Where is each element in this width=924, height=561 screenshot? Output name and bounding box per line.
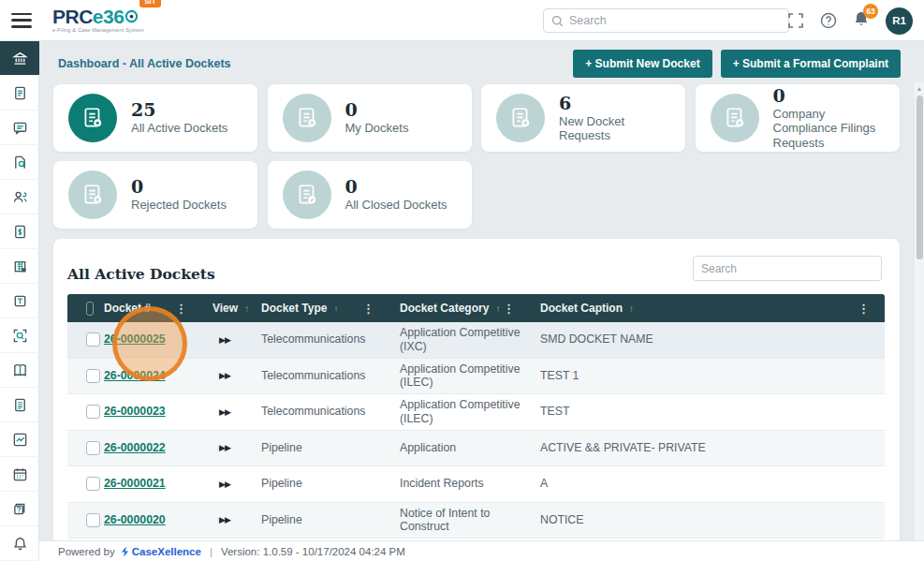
docket-link[interactable]: 26-0000025: [104, 332, 166, 346]
stat-label: All Closed Dockets: [345, 198, 447, 212]
page-scrollbar[interactable]: ▲: [915, 82, 924, 540]
docket-user-icon: [283, 94, 331, 142]
sidebar-item-messages[interactable]: [0, 111, 39, 145]
view-docket-icon[interactable]: ▶▶: [202, 407, 251, 417]
docket-caption: TEST 1: [530, 369, 885, 383]
column-header-view[interactable]: View↑: [202, 294, 251, 322]
stat-card-my-dockets[interactable]: 0My Dockets: [268, 84, 472, 152]
stat-card-rejected-dockets[interactable]: 0Rejected Dockets: [53, 161, 257, 229]
search-icon: [551, 15, 564, 27]
sort-asc-icon: ↑: [244, 303, 249, 314]
sort-asc-icon: ↑: [333, 303, 338, 314]
table-search-input[interactable]: [693, 256, 882, 281]
table-body: 26-0000025 ▶▶ Telecommunications Applica…: [67, 322, 885, 539]
hamburger-menu-icon[interactable]: [11, 13, 32, 28]
docket-type: Pipeline: [251, 441, 389, 455]
sidebar-item-help[interactable]: [0, 492, 39, 526]
column-header-docket-category[interactable]: Docket Category↑⋮: [389, 294, 530, 322]
column-header-docket-type[interactable]: Docket Type↑⋮: [251, 294, 389, 322]
sidebar-item-companies[interactable]: [0, 249, 39, 284]
notification-bell-icon: [12, 536, 28, 552]
docket-check-icon: [283, 170, 331, 219]
column-menu-icon[interactable]: ⋮: [175, 302, 187, 316]
text-box-icon: [12, 293, 28, 309]
sidebar-nav: [0, 41, 39, 561]
stat-label: Rejected Dockets: [131, 198, 227, 212]
view-docket-icon[interactable]: ▶▶: [202, 371, 251, 380]
fullscreen-icon[interactable]: [787, 12, 804, 29]
docket-link[interactable]: 26-0000024: [104, 369, 166, 382]
stats-cards: 25All Active Dockets 0My Dockets 6New Do…: [53, 84, 900, 229]
docket-link[interactable]: 26-0000021: [104, 477, 166, 490]
docket-type: Pipeline: [251, 477, 389, 491]
casexellence-brand[interactable]: CaseXellence: [120, 546, 201, 557]
sidebar-item-reports[interactable]: [0, 422, 39, 457]
scrollbar-thumb[interactable]: [917, 96, 923, 259]
docket-category: Application Competitive (ILEC): [389, 398, 530, 426]
footer-separator: |: [210, 546, 213, 557]
column-menu-icon[interactable]: ⋮: [503, 302, 515, 316]
column-header-docket-number[interactable]: Docket #⋮: [94, 294, 202, 322]
submit-new-docket-button[interactable]: + Submit New Docket: [573, 50, 711, 78]
select-all-checkbox[interactable]: [86, 302, 94, 316]
stat-card-new-docket-requests[interactable]: 6New Docket Requests: [481, 84, 685, 152]
stat-label: New Docket Requests: [559, 114, 678, 143]
user-avatar[interactable]: R1: [886, 7, 913, 35]
sidebar-item-billing[interactable]: [0, 214, 39, 249]
docket-caption: NOTICE: [530, 513, 885, 527]
docket-link[interactable]: 26-0000023: [104, 405, 166, 418]
users-icon: [12, 189, 28, 205]
sidebar-item-advanced-search[interactable]: [0, 318, 39, 353]
view-docket-icon[interactable]: ▶▶: [202, 480, 251, 489]
sidebar-item-users[interactable]: [0, 180, 39, 214]
docket-category: Application: [389, 441, 530, 455]
docket-type: Pipeline: [251, 513, 389, 527]
docket-type: Telecommunications: [251, 369, 389, 383]
stat-value: 0: [131, 177, 227, 197]
sidebar-item-calendar[interactable]: [0, 457, 39, 492]
stat-value: 0: [345, 177, 447, 197]
table-row: 26-0000025 ▶▶ Telecommunications Applica…: [67, 322, 885, 359]
calendar-icon: [12, 466, 28, 482]
table-row: 26-0000022 ▶▶ Pipeline Application ACTIV…: [67, 431, 885, 467]
stat-card-all-closed-dockets[interactable]: 0All Closed Dockets: [268, 161, 472, 229]
scroll-up-icon[interactable]: ▲: [915, 85, 924, 92]
all-active-dockets-panel: All Active Dockets Docket #⋮ View↑ Docke…: [53, 239, 900, 540]
table-row: 26-0000024 ▶▶ Telecommunications Applica…: [67, 359, 885, 395]
chat-icon: [12, 120, 28, 136]
table-header-row: Docket #⋮ View↑ Docket Type↑⋮ Docket Cat…: [67, 294, 885, 322]
sidebar-item-documents[interactable]: [0, 388, 39, 422]
app-window: PRCe36 SIT e-Filing & Case Management Sy…: [0, 0, 924, 561]
docket-type: Telecommunications: [251, 332, 389, 347]
stat-card-company-compliance[interactable]: 0Company Compliance Filings Requests: [696, 84, 900, 152]
app-logo[interactable]: PRCe36 SIT e-Filing & Case Management Sy…: [52, 7, 144, 34]
docket-link[interactable]: 26-0000020: [104, 513, 166, 526]
stat-card-all-active-dockets[interactable]: 25All Active Dockets: [53, 84, 257, 152]
sidebar-item-dockets[interactable]: [0, 76, 39, 111]
notifications-button[interactable]: 63: [853, 10, 870, 31]
sidebar-item-ledger[interactable]: [0, 353, 39, 388]
top-bar: PRCe36 SIT e-Filing & Case Management Sy…: [0, 0, 924, 41]
building-icon: [12, 258, 28, 274]
sidebar-item-file-review[interactable]: [0, 145, 39, 180]
bank-icon: [12, 51, 28, 66]
view-docket-icon[interactable]: ▶▶: [202, 335, 251, 345]
casexellence-logo-icon: [120, 546, 130, 557]
sidebar-item-dashboard[interactable]: [0, 41, 39, 76]
logo-text-secondary: e36: [93, 7, 125, 26]
sidebar-item-tariffs[interactable]: [0, 284, 39, 318]
column-menu-icon[interactable]: ⋮: [362, 302, 374, 316]
stat-label: Company Compliance Filings Requests: [773, 107, 892, 150]
docket-caption: ACTIVE && PRIVATE- PRIVATE: [530, 441, 885, 455]
breadcrumb-bar: Dashboard - All Active Dockets + Submit …: [39, 41, 924, 84]
column-menu-icon[interactable]: ⋮: [858, 302, 870, 316]
column-header-docket-caption[interactable]: Docket Caption↑⋮: [530, 294, 885, 322]
view-docket-icon[interactable]: ▶▶: [202, 443, 251, 452]
sidebar-item-notifications[interactable]: [0, 526, 39, 561]
global-search-input[interactable]: [569, 14, 788, 27]
submit-formal-complaint-button[interactable]: + Submit a Formal Complaint: [721, 50, 901, 78]
view-docket-icon[interactable]: ▶▶: [202, 515, 251, 524]
help-icon[interactable]: [820, 12, 837, 29]
footer: Powered by CaseXellence | Version: 1.0.5…: [39, 540, 924, 561]
docket-link[interactable]: 26-0000022: [104, 441, 166, 454]
